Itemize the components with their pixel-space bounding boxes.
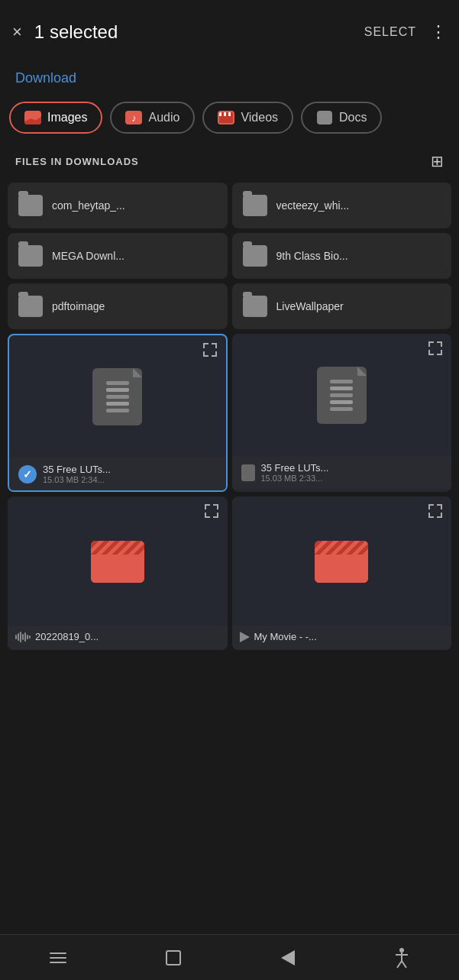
video-info: My Movie - -... bbox=[232, 626, 452, 650]
file-info: 35 Free LUTs... 15.03 MB 2:34... bbox=[9, 458, 226, 490]
folder-name: vecteezy_whi... bbox=[276, 199, 350, 212]
expand-icon bbox=[428, 341, 444, 357]
zip-small-icon bbox=[241, 464, 255, 481]
folder-name: pdftoimage bbox=[52, 300, 105, 312]
expand-icon bbox=[203, 343, 218, 358]
folder-icon bbox=[243, 245, 267, 267]
zip-icon bbox=[317, 367, 367, 424]
videos-icon bbox=[218, 109, 234, 126]
folder-icon bbox=[18, 296, 43, 317]
waveform-icon bbox=[15, 632, 31, 642]
select-button[interactable]: SELECT bbox=[364, 25, 416, 39]
file-info: 35 Free LUTs... 15.03 MB 2:33... bbox=[232, 456, 452, 489]
accessibility-nav-button[interactable] bbox=[394, 947, 409, 969]
list-item[interactable]: pdftoimage bbox=[8, 283, 228, 329]
home-icon bbox=[166, 950, 181, 965]
download-link[interactable]: Download bbox=[0, 64, 459, 99]
video-preview bbox=[8, 496, 228, 626]
images-icon bbox=[24, 109, 41, 126]
folder-name: LiveWallpaper bbox=[276, 300, 344, 312]
zip-icon bbox=[92, 368, 142, 425]
tab-images-label: Images bbox=[47, 111, 87, 125]
svg-line-11 bbox=[402, 961, 406, 968]
expand-icon bbox=[205, 504, 220, 519]
svg-rect-2 bbox=[20, 632, 21, 642]
video-preview bbox=[232, 496, 452, 626]
menu-nav-button[interactable] bbox=[50, 953, 66, 963]
file-grid: com_heytap_... vecteezy_whi... MEGA Down… bbox=[0, 183, 459, 650]
list-item[interactable]: LiveWallpaper bbox=[232, 283, 452, 329]
filter-tabs: Images ♪ Audio Videos Docs bbox=[0, 99, 459, 146]
bottom-nav bbox=[0, 934, 459, 980]
selected-checkmark bbox=[18, 465, 37, 484]
svg-rect-6 bbox=[29, 636, 31, 639]
svg-rect-1 bbox=[18, 633, 19, 641]
svg-rect-3 bbox=[22, 634, 24, 640]
folder-icon bbox=[243, 195, 267, 216]
file-preview bbox=[232, 334, 452, 456]
list-item[interactable]: 9th Class Bio... bbox=[232, 233, 452, 279]
list-item[interactable]: 35 Free LUTs... 15.03 MB 2:34... bbox=[8, 334, 228, 492]
accessibility-icon bbox=[394, 947, 409, 969]
svg-point-7 bbox=[399, 948, 404, 953]
expand-icon bbox=[428, 504, 444, 519]
tab-audio[interactable]: ♪ Audio bbox=[110, 102, 195, 134]
svg-rect-0 bbox=[15, 635, 17, 639]
tab-docs-label: Docs bbox=[339, 111, 367, 125]
tab-videos-label: Videos bbox=[241, 111, 278, 125]
svg-rect-5 bbox=[27, 635, 28, 639]
svg-line-10 bbox=[397, 961, 402, 968]
close-button[interactable]: × bbox=[12, 22, 22, 42]
list-item[interactable]: 20220819_0... bbox=[8, 496, 228, 650]
list-item[interactable]: vecteezy_whi... bbox=[232, 183, 452, 228]
play-icon bbox=[240, 632, 250, 642]
tab-images[interactable]: Images bbox=[9, 102, 102, 134]
selection-count: 1 selected bbox=[34, 21, 364, 43]
tab-videos[interactable]: Videos bbox=[202, 102, 293, 134]
list-item[interactable]: 35 Free LUTs... 15.03 MB 2:33... bbox=[232, 334, 452, 492]
home-nav-button[interactable] bbox=[166, 950, 181, 965]
more-options-button[interactable]: ⋮ bbox=[430, 22, 447, 42]
back-nav-button[interactable] bbox=[281, 950, 295, 965]
file-name: 35 Free LUTs... bbox=[43, 464, 111, 475]
folder-name: 9th Class Bio... bbox=[276, 250, 348, 262]
section-header: FILES IN DOWNLOADS ⊞ bbox=[0, 146, 459, 183]
hamburger-icon bbox=[50, 953, 66, 963]
folder-name: MEGA Downl... bbox=[52, 250, 124, 262]
section-title: FILES IN DOWNLOADS bbox=[15, 156, 139, 167]
folder-name: com_heytap_... bbox=[52, 199, 125, 212]
file-name: 35 Free LUTs... bbox=[261, 462, 329, 474]
header: × 1 selected SELECT ⋮ bbox=[0, 0, 459, 64]
list-item[interactable]: com_heytap_... bbox=[8, 183, 228, 228]
tab-audio-label: Audio bbox=[148, 111, 179, 125]
tab-docs[interactable]: Docs bbox=[301, 102, 382, 134]
grid-view-button[interactable]: ⊞ bbox=[431, 152, 444, 170]
video-icon bbox=[91, 541, 144, 583]
folder-icon bbox=[18, 195, 43, 216]
file-preview bbox=[9, 335, 226, 458]
video-name: 20220819_0... bbox=[35, 631, 99, 642]
audio-icon: ♪ bbox=[125, 109, 142, 126]
svg-rect-4 bbox=[24, 632, 26, 642]
list-item[interactable]: MEGA Downl... bbox=[8, 233, 228, 279]
video-name: My Movie - -... bbox=[254, 631, 317, 642]
video-icon bbox=[315, 541, 368, 583]
back-icon bbox=[281, 950, 295, 965]
folder-icon bbox=[18, 245, 43, 267]
video-info: 20220819_0... bbox=[8, 626, 228, 650]
file-meta: 15.03 MB 2:34... bbox=[43, 475, 111, 484]
file-meta: 15.03 MB 2:33... bbox=[261, 474, 329, 483]
folder-icon bbox=[243, 296, 267, 317]
list-item[interactable]: My Movie - -... bbox=[232, 496, 452, 650]
doc-icon bbox=[316, 109, 333, 126]
